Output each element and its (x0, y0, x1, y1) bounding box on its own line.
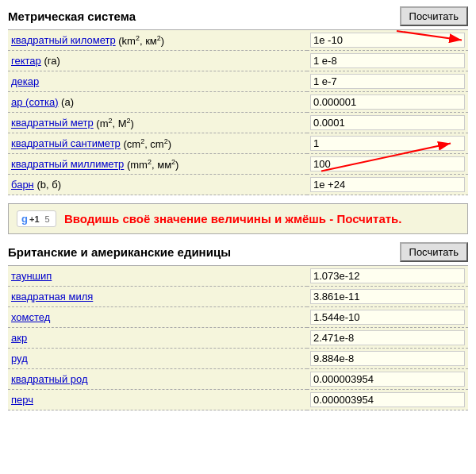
british-unit-link[interactable]: хомстед (11, 311, 50, 323)
british-section-title: Британские и американские единицы (8, 245, 231, 259)
british-unit-value-cell[interactable] (307, 328, 468, 349)
british-unit-value-cell[interactable] (307, 307, 468, 328)
info-box: g +1 5 Вводишь своё значение величины и … (8, 203, 468, 234)
british-unit-row: квадратный род (8, 369, 468, 390)
metric-unit-value-cell[interactable] (307, 51, 468, 71)
metric-unit-value-cell[interactable] (307, 175, 468, 195)
british-unit-input[interactable] (310, 310, 465, 325)
british-unit-name-cell: квадратный род (8, 369, 307, 390)
metric-unit-name-cell: квадратный сантиметр (cm2, cm2) (8, 133, 307, 154)
google-plus-label: +1 (29, 214, 40, 224)
british-unit-name-cell: квадратная миля (8, 287, 307, 307)
british-unit-name-cell: тауншип (8, 266, 307, 287)
british-unit-link[interactable]: руд (11, 353, 28, 364)
british-unit-input[interactable] (310, 330, 465, 345)
metric-unit-suffix: (га) (41, 55, 60, 67)
british-unit-name-cell: перч (8, 390, 307, 410)
metric-unit-value-cell[interactable] (307, 133, 468, 154)
british-unit-value-cell[interactable] (307, 349, 468, 369)
british-unit-value-cell[interactable] (307, 390, 468, 410)
metric-unit-suffix: (m2, М2) (94, 118, 134, 129)
metric-unit-row: квадратный километр (km2, км2) (8, 30, 468, 51)
british-unit-link[interactable]: квадратная миля (11, 291, 93, 303)
metric-unit-link[interactable]: квадратный километр (11, 35, 116, 47)
metric-unit-name-cell: декар (8, 71, 307, 92)
metric-unit-value-cell[interactable] (307, 154, 468, 175)
british-calc-button[interactable]: Посчитать (400, 242, 468, 262)
metric-unit-input[interactable] (310, 33, 465, 48)
metric-unit-suffix: (а) (58, 96, 74, 108)
metric-unit-input[interactable] (310, 53, 465, 68)
metric-unit-value-cell[interactable] (307, 113, 468, 133)
metric-unit-name-cell: гектар (га) (8, 51, 307, 71)
british-unit-row: акр (8, 328, 468, 349)
metric-unit-row: квадратный сантиметр (cm2, cm2) (8, 133, 468, 154)
metric-unit-table: квадратный километр (km2, км2)гектар (га… (8, 29, 468, 195)
british-unit-row: тауншип (8, 266, 468, 287)
metric-unit-row: декар (8, 71, 468, 92)
british-unit-name-cell: руд (8, 349, 307, 369)
metric-unit-row: квадратный метр (m2, М2) (8, 113, 468, 133)
metric-unit-name-cell: квадратный метр (m2, М2) (8, 113, 307, 133)
british-unit-table: тауншипквадратная миляхомстедакррудквадр… (8, 265, 468, 410)
metric-unit-value-cell[interactable] (307, 30, 468, 51)
british-unit-link[interactable]: тауншип (11, 270, 52, 282)
metric-unit-link[interactable]: ар (сотка) (11, 96, 58, 108)
british-unit-link[interactable]: акр (11, 332, 27, 344)
metric-unit-link[interactable]: гектар (11, 55, 41, 67)
metric-unit-input[interactable] (310, 94, 465, 110)
metric-unit-suffix: (b, б) (34, 179, 61, 191)
british-unit-input[interactable] (310, 372, 465, 387)
metric-unit-input[interactable] (310, 136, 465, 151)
british-unit-input[interactable] (310, 392, 465, 407)
google-count: 5 (45, 214, 50, 224)
british-unit-row: хомстед (8, 307, 468, 328)
metric-unit-suffix: (mm2, мм2) (124, 159, 178, 171)
metric-unit-link[interactable]: декар (11, 75, 39, 87)
british-unit-name-cell: акр (8, 328, 307, 349)
metric-unit-row: гектар (га) (8, 51, 468, 71)
info-text: Вводишь своё значение величины и жмёшь -… (64, 212, 401, 225)
metric-section-title: Метрическая система (8, 10, 136, 23)
metric-unit-value-cell[interactable] (307, 92, 468, 113)
metric-unit-value-cell[interactable] (307, 71, 468, 92)
google-icon: g (21, 213, 28, 225)
metric-unit-name-cell: квадратный километр (km2, км2) (8, 30, 307, 51)
metric-unit-suffix: (cm2, cm2) (121, 138, 171, 150)
metric-unit-link[interactable]: барн (11, 179, 34, 191)
british-unit-row: руд (8, 349, 468, 369)
british-unit-input[interactable] (310, 289, 465, 304)
metric-unit-input[interactable] (310, 156, 465, 171)
metric-unit-input[interactable] (310, 115, 465, 130)
british-unit-link[interactable]: перч (11, 394, 33, 406)
metric-unit-name-cell: квадратный миллиметр (mm2, мм2) (8, 154, 307, 175)
british-unit-value-cell[interactable] (307, 266, 468, 287)
british-unit-input[interactable] (310, 268, 465, 283)
british-unit-row: квадратная миля (8, 287, 468, 307)
metric-unit-row: квадратный миллиметр (mm2, мм2) (8, 154, 468, 175)
metric-calc-button[interactable]: Посчитать (400, 6, 468, 26)
metric-unit-row: ар (сотка) (а) (8, 92, 468, 113)
metric-unit-link[interactable]: квадратный сантиметр (11, 138, 121, 150)
british-unit-link[interactable]: квадратный род (11, 373, 88, 385)
british-unit-input[interactable] (310, 351, 465, 366)
metric-unit-link[interactable]: квадратный метр (11, 118, 94, 129)
british-unit-row: перч (8, 390, 468, 410)
metric-unit-suffix: (km2, км2) (116, 35, 165, 47)
british-unit-name-cell: хомстед (8, 307, 307, 328)
google-plus-button[interactable]: g +1 5 (17, 210, 56, 227)
metric-unit-input[interactable] (310, 74, 465, 89)
metric-unit-input[interactable] (310, 177, 465, 192)
british-unit-value-cell[interactable] (307, 287, 468, 307)
british-unit-value-cell[interactable] (307, 369, 468, 390)
metric-unit-name-cell: ар (сотка) (а) (8, 92, 307, 113)
metric-unit-link[interactable]: квадратный миллиметр (11, 159, 124, 171)
metric-unit-row: барн (b, б) (8, 175, 468, 195)
metric-unit-name-cell: барн (b, б) (8, 175, 307, 195)
